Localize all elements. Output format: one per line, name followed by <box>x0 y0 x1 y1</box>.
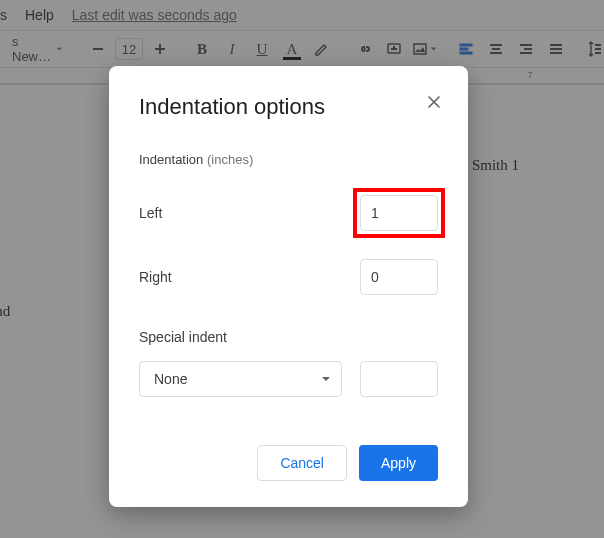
close-button[interactable] <box>422 90 446 114</box>
special-indent-selected: None <box>154 371 187 387</box>
caret-down-icon <box>321 374 331 384</box>
right-label: Right <box>139 269 172 285</box>
cancel-button[interactable]: Cancel <box>257 445 347 481</box>
left-indent-input[interactable] <box>360 195 438 231</box>
special-indent-row: None <box>139 361 438 397</box>
indentation-options-dialog: Indentation options Indentation (inches)… <box>109 66 468 507</box>
tutorial-highlight <box>353 188 445 238</box>
close-icon <box>426 94 442 110</box>
left-label: Left <box>139 205 162 221</box>
apply-button[interactable]: Apply <box>359 445 438 481</box>
dialog-actions: Cancel Apply <box>139 445 438 481</box>
right-indent-row: Right <box>139 259 438 295</box>
dialog-title: Indentation options <box>139 94 438 120</box>
special-indent-value-input[interactable] <box>360 361 438 397</box>
right-indent-input[interactable] <box>360 259 438 295</box>
indentation-section-label: Indentation (inches) <box>139 152 438 167</box>
special-indent-label: Special indent <box>139 329 438 345</box>
special-indent-select[interactable]: None <box>139 361 342 397</box>
left-indent-row: Left <box>139 195 438 231</box>
